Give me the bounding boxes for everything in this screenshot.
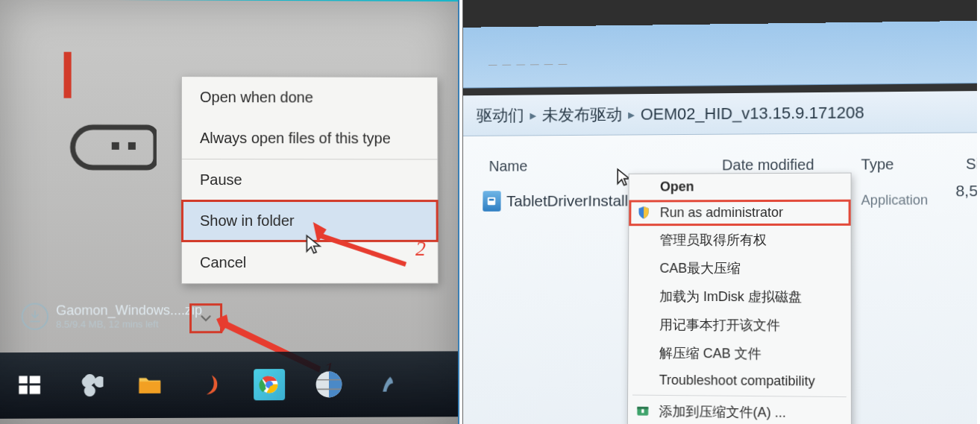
file-explorer-icon[interactable]	[134, 370, 166, 401]
svg-rect-0	[112, 142, 119, 150]
usb-drive-icon	[59, 124, 157, 171]
menu-run-as-administrator[interactable]: Run as administrator	[629, 200, 850, 227]
window-titlebar: — — — — — —	[462, 20, 977, 88]
titlebar-dashes: — — — — — —	[489, 59, 568, 70]
menu-extract-cab[interactable]: 解压缩 CAB 文件	[628, 339, 851, 369]
download-status: 8.5/9.4 MB, 12 mins left	[56, 318, 202, 330]
menu-add-to-archive[interactable]: 添加到压缩文件(A) ...	[628, 397, 851, 424]
svg-rect-15	[637, 407, 648, 409]
breadcrumb-segment[interactable]: OEM02_HID_v13.15.9.171208	[641, 103, 864, 124]
archive-icon	[635, 403, 652, 420]
download-progress-icon	[22, 303, 48, 330]
column-header-date[interactable]: Date modified	[722, 156, 861, 174]
menu-mount-imdisk[interactable]: 加载为 ImDisk 虚拟磁盘	[629, 282, 851, 311]
cursor-icon	[304, 234, 325, 255]
file-size: 8,555 K	[942, 182, 977, 218]
menu-open-when-done[interactable]: Open when done	[182, 77, 437, 118]
menu-cab-max-compress[interactable]: CAB最大压缩	[629, 254, 851, 282]
shield-icon	[636, 205, 653, 221]
file-context-menu: Open Run as administrator 管理员取得所有权 CAB最大…	[627, 173, 852, 424]
taskbar-app-icon[interactable]	[194, 369, 225, 400]
annotation-label-2: 2	[415, 237, 426, 261]
svg-rect-5	[30, 376, 40, 383]
svg-rect-13	[489, 199, 494, 201]
menu-pause[interactable]: Pause	[182, 159, 438, 200]
svg-rect-7	[30, 385, 40, 393]
window-accent-bar	[0, 0, 459, 1]
svg-rect-16	[641, 409, 644, 413]
chevron-down-icon	[198, 310, 214, 326]
breadcrumb-segment[interactable]: 未发布驱动	[542, 104, 623, 126]
taskbar	[0, 351, 459, 419]
menu-label: 添加到压缩文件(A) ...	[659, 404, 786, 420]
svg-rect-8	[139, 382, 160, 393]
breadcrumb-separator-icon: ▸	[628, 106, 635, 122]
download-options-chevron[interactable]	[189, 303, 222, 333]
svg-rect-12	[488, 197, 495, 206]
menu-always-open-type[interactable]: Always open files of this type	[182, 118, 437, 159]
svg-rect-4	[19, 376, 27, 384]
installer-icon	[483, 191, 500, 212]
column-headers: Name Date modified Type Size	[462, 133, 977, 180]
svg-rect-6	[19, 385, 27, 393]
menu-label: Run as administrator	[660, 205, 783, 220]
menu-open[interactable]: Open	[629, 174, 851, 200]
menu-open-with-notepad[interactable]: 用记事本打开该文件	[628, 311, 850, 341]
annotation-mark	[64, 52, 72, 98]
menu-troubleshoot-compatibility[interactable]: Troubleshoot compatibility	[628, 367, 851, 395]
column-header-type[interactable]: Type	[861, 156, 942, 174]
svg-rect-1	[128, 142, 136, 150]
file-type: Application	[861, 192, 942, 208]
taskbar-app-icon[interactable]	[74, 370, 105, 401]
explorer-content: Name Date modified Type Size TabletDrive…	[462, 133, 977, 424]
breadcrumb[interactable]: 驱动们 ▸ 未发布驱动 ▸ OEM02_HID_v13.15.9.171208	[462, 91, 977, 136]
taskbar-app-icon[interactable]	[313, 369, 345, 400]
taskbar-app-icon[interactable]	[373, 369, 404, 400]
breadcrumb-segment[interactable]: 驱动们	[477, 104, 524, 127]
download-filename: Gaomon_Windows....zip	[56, 303, 202, 318]
start-button[interactable]	[13, 370, 45, 401]
left-screenshot: Open when done Always open files of this…	[0, 0, 459, 424]
chrome-icon[interactable]	[254, 369, 285, 400]
column-header-size[interactable]: Size	[941, 156, 977, 174]
column-header-name[interactable]: Name	[489, 156, 722, 174]
menu-admin-ownership[interactable]: 管理员取得所有权	[629, 226, 851, 254]
right-screenshot: — — — — — — 驱动们 ▸ 未发布驱动 ▸ OEM02_HID_v13.…	[462, 0, 977, 424]
breadcrumb-separator-icon: ▸	[530, 107, 536, 124]
download-item[interactable]: Gaomon_Windows....zip 8.5/9.4 MB, 12 min…	[22, 303, 202, 330]
